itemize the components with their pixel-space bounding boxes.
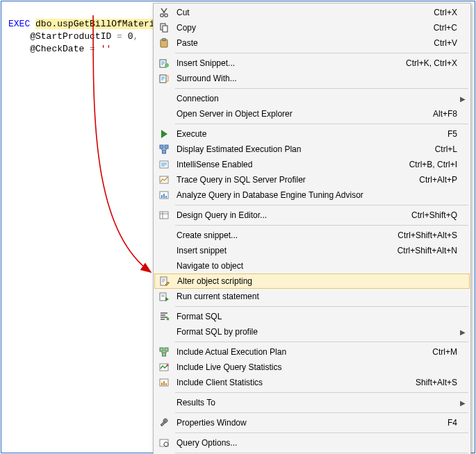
menu-item-connection[interactable]: Connection▶ bbox=[154, 91, 470, 106]
menu-item-display-estimated-execution-plan[interactable]: Display Estimated Execution PlanCtrl+L bbox=[154, 142, 470, 157]
menu-item-label: Open Server in Object Explorer bbox=[174, 109, 433, 119]
menu-item-label: Execute bbox=[174, 129, 448, 139]
menu-item-shortcut: Ctrl+L bbox=[435, 144, 470, 154]
menu-item-include-actual-execution-plan[interactable]: Include Actual Execution PlanCtrl+M bbox=[154, 344, 470, 360]
surround-icon bbox=[154, 71, 174, 86]
menu-item-surround-with[interactable]: Surround With... bbox=[154, 71, 470, 86]
blank-icon bbox=[154, 324, 174, 339]
blank-icon bbox=[154, 106, 174, 121]
analyze-icon bbox=[154, 187, 174, 203]
format-icon bbox=[154, 309, 174, 324]
menu-item-insert-snippet[interactable]: Insert snippetCtrl+Shift+Alt+N bbox=[154, 243, 470, 258]
menu-item-include-live-query-statistics[interactable]: Include Live Query Statistics bbox=[154, 360, 470, 375]
menu-item-trace-query-in-sql-server-profiler[interactable]: Trace Query in SQL Server ProfilerCtrl+A… bbox=[154, 172, 470, 187]
sql-editor[interactable]: EXEC dbo.uspGetBillOfMaterials @StartPro… bbox=[8, 6, 171, 68]
menu-item-label: Alter object scripting bbox=[174, 276, 469, 286]
svg-rect-20 bbox=[160, 212, 168, 219]
menu-separator bbox=[175, 53, 468, 53]
blank-icon bbox=[154, 228, 174, 243]
menu-item-shortcut: Ctrl+Shift+Alt+N bbox=[397, 246, 470, 255]
svg-point-2 bbox=[165, 14, 167, 17]
alter-icon bbox=[155, 274, 174, 289]
menu-item-analyze-query-in-database-engine-tuning-advisor[interactable]: Analyze Query in Database Engine Tuning … bbox=[154, 187, 470, 203]
menu-item-run-current-statement[interactable]: Run current statement bbox=[154, 289, 470, 304]
menu-item-copy[interactable]: CopyCtrl+C bbox=[154, 20, 470, 35]
menu-item-label: Include Client Statistics bbox=[174, 378, 416, 387]
svg-rect-6 bbox=[163, 39, 165, 41]
svg-point-28 bbox=[167, 364, 169, 367]
svg-rect-25 bbox=[165, 348, 168, 351]
menu-item-shortcut: Ctrl+C bbox=[434, 23, 470, 33]
exec-keyword: EXEC bbox=[8, 19, 30, 29]
design-icon bbox=[154, 208, 174, 223]
menu-item-shortcut: Ctrl+M bbox=[432, 347, 470, 357]
menu-item-alter-object-scripting[interactable]: Alter object scripting bbox=[154, 274, 470, 289]
menu-separator bbox=[175, 88, 468, 89]
run-icon bbox=[154, 289, 174, 304]
submenu-arrow-icon: ▶ bbox=[460, 328, 466, 336]
menu-item-query-options[interactable]: Query Options... bbox=[154, 435, 470, 451]
menu-item-shortcut: Ctrl+X bbox=[434, 8, 470, 17]
menu-item-insert-snippet[interactable]: Insert Snippet...Ctrl+K, Ctrl+X bbox=[154, 56, 470, 71]
menu-item-format-sql-by-profile[interactable]: Format SQL by profile▶ bbox=[154, 324, 470, 339]
menu-item-include-client-statistics[interactable]: Include Client StatisticsShift+Alt+S bbox=[154, 375, 470, 390]
menu-separator bbox=[175, 205, 468, 205]
menu-item-label: Query Options... bbox=[174, 438, 470, 448]
blank-icon bbox=[154, 243, 174, 258]
svg-rect-13 bbox=[163, 150, 166, 153]
menu-item-label: Cut bbox=[174, 8, 434, 17]
copy-icon bbox=[154, 20, 174, 35]
menu-item-format-sql[interactable]: Format SQL bbox=[154, 309, 470, 324]
svg-rect-11 bbox=[160, 145, 163, 149]
param2-name: @CheckDate bbox=[30, 44, 84, 54]
cut-icon bbox=[154, 5, 174, 20]
menu-item-properties-window[interactable]: Properties WindowF4 bbox=[154, 415, 470, 430]
properties-icon bbox=[154, 415, 174, 430]
context-menu: CutCtrl+XCopyCtrl+CPasteCtrl+VInsert Sni… bbox=[153, 3, 471, 454]
menu-separator bbox=[175, 432, 468, 433]
menu-item-shortcut: Ctrl+K, Ctrl+X bbox=[406, 58, 470, 68]
menu-item-navigate-to-object[interactable]: Navigate to object bbox=[154, 258, 470, 274]
blank-icon bbox=[154, 91, 174, 106]
menu-item-label: Include Actual Execution Plan bbox=[174, 347, 432, 357]
svg-marker-23 bbox=[165, 297, 169, 301]
menu-item-label: Include Live Query Statistics bbox=[174, 362, 470, 372]
blank-icon bbox=[154, 258, 174, 274]
svg-rect-19 bbox=[165, 196, 167, 198]
param1-name: @StartProductID bbox=[30, 31, 111, 42]
menu-item-shortcut: Ctrl+Shift+Alt+S bbox=[397, 230, 470, 240]
submenu-arrow-icon: ▶ bbox=[460, 95, 466, 103]
menu-item-paste[interactable]: PasteCtrl+V bbox=[154, 35, 470, 51]
menu-item-results-to[interactable]: Results To▶ bbox=[154, 395, 470, 410]
menu-item-shortcut: Ctrl+V bbox=[434, 38, 470, 48]
menu-item-label: Format SQL by profile bbox=[174, 327, 470, 337]
menu-item-label: IntelliSense Enabled bbox=[174, 160, 409, 169]
menu-item-shortcut: F4 bbox=[448, 418, 470, 428]
svg-rect-12 bbox=[165, 145, 168, 149]
menu-item-intellisense-enabled[interactable]: IntelliSense EnabledCtrl+B, Ctrl+I bbox=[154, 157, 470, 172]
menu-separator bbox=[175, 412, 468, 413]
intellisense-icon bbox=[154, 157, 174, 172]
svg-point-8 bbox=[165, 63, 169, 67]
menu-item-shortcut: Ctrl+B, Ctrl+I bbox=[409, 160, 470, 169]
menu-item-label: Insert snippet bbox=[174, 246, 397, 255]
paste-icon bbox=[154, 35, 174, 51]
menu-item-shortcut: F5 bbox=[448, 129, 470, 139]
snippet-icon bbox=[154, 56, 174, 71]
menu-item-execute[interactable]: ExecuteF5 bbox=[154, 126, 470, 142]
options-icon bbox=[154, 435, 174, 451]
menu-item-open-server-in-object-explorer[interactable]: Open Server in Object ExplorerAlt+F8 bbox=[154, 106, 470, 121]
menu-item-shortcut: Alt+F8 bbox=[433, 109, 470, 119]
menu-item-shortcut: Ctrl+Alt+P bbox=[419, 175, 470, 185]
menu-item-create-snippet[interactable]: Create snippet...Ctrl+Shift+Alt+S bbox=[154, 228, 470, 243]
menu-separator bbox=[175, 453, 468, 453]
livestats-icon bbox=[154, 360, 174, 375]
menu-item-cut[interactable]: CutCtrl+X bbox=[154, 5, 470, 20]
clientstats-icon bbox=[154, 375, 174, 390]
svg-rect-26 bbox=[163, 353, 166, 356]
menu-item-design-query-in-editor[interactable]: Design Query in Editor...Ctrl+Shift+Q bbox=[154, 208, 470, 223]
menu-separator bbox=[175, 306, 468, 307]
menu-item-label: Navigate to object bbox=[174, 261, 470, 271]
menu-item-label: Connection bbox=[174, 94, 470, 103]
menu-separator bbox=[175, 342, 468, 342]
